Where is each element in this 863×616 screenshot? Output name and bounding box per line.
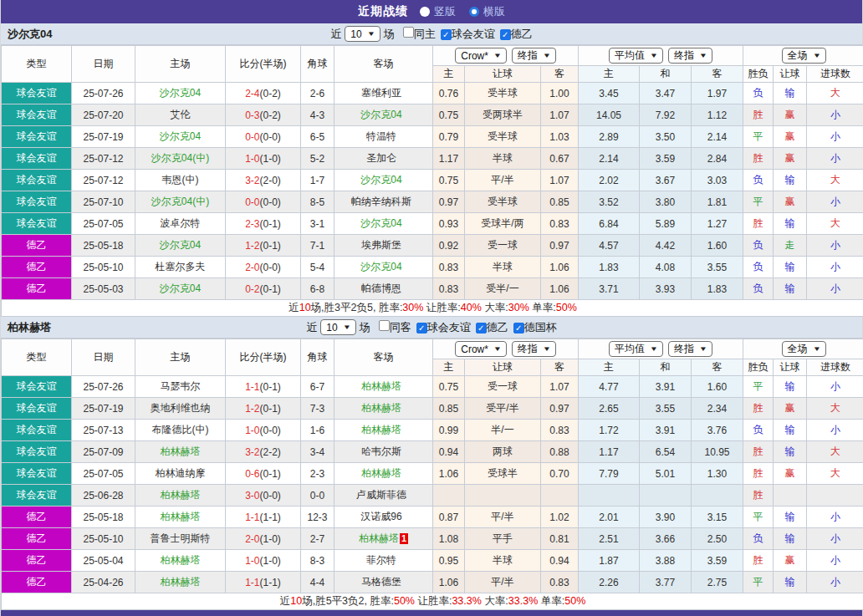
near-label: 近 bbox=[306, 320, 317, 335]
layout-radio-selected[interactable]: 横版 bbox=[469, 4, 505, 19]
chevron-down-icon: ▼ bbox=[367, 30, 375, 38]
score-fulltime: 1-1 bbox=[245, 381, 259, 393]
avg-odds-stage-select[interactable]: 终指▼ bbox=[668, 341, 712, 357]
crow-away-odds: 1.00 bbox=[541, 83, 579, 104]
avg-source-select[interactable]: 平均值▼ bbox=[609, 48, 663, 64]
home-team: 沙尔克04(中) bbox=[151, 152, 209, 164]
checkbox-unchecked-icon[interactable] bbox=[379, 320, 390, 331]
crow-away-odds: 0.83 bbox=[541, 420, 579, 441]
radio-icon[interactable] bbox=[469, 7, 479, 17]
checkbox-checked-icon[interactable]: ✓ bbox=[500, 29, 511, 40]
section-filter-bar: 柏林赫塔 近 10▼ 场 同客✓球会友谊✓德乙✓德国杯 bbox=[1, 317, 862, 339]
home-team-cell: 杜塞尔多夫 bbox=[135, 257, 226, 278]
checkbox-label[interactable]: 同客 bbox=[390, 321, 411, 333]
handicap-line: 半球 bbox=[465, 257, 541, 278]
match-row: 球会友谊 25-06-28 柏林赫塔 3-0(0-0) 0-0 卢威斯菲德 胜 bbox=[2, 485, 863, 507]
result-outcome: 负 bbox=[743, 83, 774, 104]
crow-home-odds: 0.76 bbox=[433, 83, 465, 104]
scope-select[interactable]: 全场▼ bbox=[782, 341, 826, 357]
checkbox-label[interactable]: 德乙 bbox=[487, 321, 508, 333]
col-score: 比分(半场) bbox=[226, 46, 301, 83]
crow-away-odds: 0.88 bbox=[541, 441, 579, 463]
match-count-select[interactable]: 10▼ bbox=[345, 26, 380, 42]
bookmaker-select[interactable]: Crow*▼ bbox=[455, 341, 507, 357]
home-team-cell: 沙尔克04 bbox=[135, 235, 226, 257]
match-count-select[interactable]: 10▼ bbox=[320, 319, 355, 335]
summary-stat-value: 50% bbox=[564, 595, 585, 607]
corner-count: 6-8 bbox=[301, 278, 334, 300]
matches-label: 场 bbox=[360, 320, 370, 335]
checkbox-checked-icon[interactable]: ✓ bbox=[513, 323, 524, 333]
checkbox-checked-icon[interactable]: ✓ bbox=[441, 29, 452, 40]
checkbox-label[interactable]: 球会友谊 bbox=[452, 28, 495, 40]
col-date: 日期 bbox=[72, 339, 135, 376]
summary-stat-label: 大率: bbox=[482, 595, 508, 607]
home-team-cell: 柏林赫塔 bbox=[135, 441, 226, 463]
handicap-line: 受球半/两 bbox=[465, 213, 541, 235]
home-team: 沙尔克04 bbox=[160, 283, 201, 294]
chevron-down-icon: ▼ bbox=[812, 345, 820, 353]
checkbox-unchecked-icon[interactable] bbox=[403, 27, 414, 38]
away-team: 菲尔特 bbox=[366, 554, 396, 566]
avg-away-odds: 1.83 bbox=[692, 278, 743, 300]
match-type-badge: 球会友谊 bbox=[2, 104, 72, 126]
match-date: 25-07-10 bbox=[72, 191, 135, 213]
avg-away-odds: 1.60 bbox=[692, 235, 743, 257]
crow-home-odds: 1.06 bbox=[433, 463, 465, 485]
summary-text: 近10场,胜3平2负5, 胜率:30% 让胜率:40% 大率:30% 单率:50… bbox=[2, 300, 863, 317]
score-halftime: (0-2) bbox=[260, 109, 281, 121]
score-halftime: (0-0) bbox=[260, 262, 281, 273]
avg-home-odds: 1.72 bbox=[579, 420, 640, 441]
handicap-outcome: 赢 bbox=[774, 398, 807, 420]
goals-outcome: 大 bbox=[807, 83, 863, 104]
score-fulltime: 2-0 bbox=[245, 533, 259, 545]
layout-radio-option[interactable]: 竖版 bbox=[420, 4, 456, 19]
result-outcome: 胜 bbox=[743, 398, 774, 420]
bookmaker-select[interactable]: Crow*▼ bbox=[455, 48, 507, 64]
away-team: 汉诺威96 bbox=[360, 511, 401, 522]
score-fulltime: 1-0 bbox=[245, 153, 259, 165]
score-cell: 2-0(1-0) bbox=[226, 528, 301, 550]
handicap-outcome: 输 bbox=[774, 257, 807, 278]
checkbox-label[interactable]: 德国杯 bbox=[524, 321, 557, 333]
radio-icon[interactable] bbox=[420, 7, 430, 17]
score-fulltime: 2-4 bbox=[245, 88, 259, 99]
away-team-cell: 柏林赫塔 bbox=[334, 463, 433, 485]
home-team: 普鲁士明斯特 bbox=[151, 532, 211, 544]
result-outcome: 负 bbox=[743, 170, 774, 191]
home-team-cell: 柏林赫塔 bbox=[135, 507, 226, 528]
match-type-badge: 德乙 bbox=[2, 278, 72, 300]
home-team-cell: 柏林赫塔 bbox=[135, 550, 226, 572]
avg-away-odds: 2.75 bbox=[692, 572, 743, 593]
filter-checkbox-group: 同客✓球会友谊✓德乙✓德国杯 bbox=[374, 320, 557, 335]
team-section: 沙尔克04 近 10▼ 场 同主✓球会友谊✓德乙 类型 日期 主场 比分(半场) bbox=[1, 23, 862, 317]
crow-away-odds: 0.81 bbox=[541, 528, 579, 550]
avg-home-odds: 3.52 bbox=[579, 191, 640, 213]
avg-away-odds: 3.03 bbox=[692, 170, 743, 191]
filter-checkbox-group: 同主✓球会友谊✓德乙 bbox=[398, 27, 533, 42]
avg-away-odds: 3.59 bbox=[692, 550, 743, 572]
avg-source-select[interactable]: 平均值▼ bbox=[609, 341, 663, 357]
avg-away-odds: 2.50 bbox=[692, 528, 743, 550]
scope-select[interactable]: 全场▼ bbox=[782, 48, 826, 64]
checkbox-label[interactable]: 德乙 bbox=[511, 28, 533, 40]
checkbox-checked-icon[interactable]: ✓ bbox=[416, 323, 427, 333]
goals-outcome: 小 bbox=[807, 507, 863, 528]
result-outcome: 平 bbox=[743, 376, 774, 398]
results-table: 类型 日期 主场 比分(半场) 角球 客场 Crow*▼ 终指▼ 平均值 bbox=[1, 45, 863, 317]
match-row: 德乙 25-05-18 沙尔克04 1-2(0-1) 7-1 埃弗斯堡 0.92… bbox=[2, 235, 863, 257]
home-team-cell: 沙尔克04 bbox=[135, 126, 226, 148]
away-team-cell: 沙尔克04 bbox=[334, 170, 433, 191]
checkbox-checked-icon[interactable]: ✓ bbox=[476, 323, 487, 333]
handicap-line: 受平/半 bbox=[465, 398, 541, 420]
crow-odds-stage-select[interactable]: 终指▼ bbox=[512, 341, 556, 357]
match-date: 25-04-26 bbox=[72, 572, 135, 593]
checkbox-label[interactable]: 同主 bbox=[414, 28, 436, 40]
handicap-line: 受半/一 bbox=[465, 278, 541, 300]
home-team: 柏林赫塔 bbox=[161, 445, 201, 457]
score-fulltime: 1-0 bbox=[245, 555, 259, 567]
avg-odds-stage-select[interactable]: 终指▼ bbox=[668, 48, 712, 64]
avg-home-odds: 2.89 bbox=[579, 126, 640, 148]
checkbox-label[interactable]: 球会友谊 bbox=[427, 321, 471, 333]
crow-odds-stage-select[interactable]: 终指▼ bbox=[512, 48, 556, 64]
